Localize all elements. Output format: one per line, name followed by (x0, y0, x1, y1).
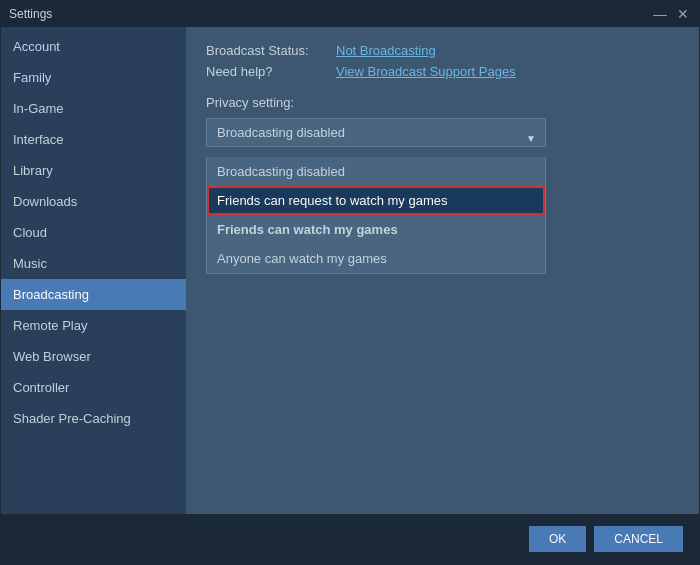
content-area: Broadcast Status: Not Broadcasting Need … (186, 27, 699, 514)
sidebar-item-in-game[interactable]: In-Game (1, 93, 186, 124)
sidebar-item-web-browser[interactable]: Web Browser (1, 341, 186, 372)
sidebar-item-controller[interactable]: Controller (1, 372, 186, 403)
sidebar-item-family[interactable]: Family (1, 62, 186, 93)
title-bar-controls: — ✕ (651, 6, 691, 22)
option-friends-request[interactable]: Friends can request to watch my games (207, 186, 545, 215)
broadcast-status-row: Broadcast Status: Not Broadcasting (206, 43, 679, 58)
option-friends-watch[interactable]: Friends can watch my games (207, 215, 545, 244)
privacy-setting-label: Privacy setting: (206, 95, 679, 110)
main-content: Account Family In-Game Interface Library… (1, 27, 699, 514)
title-bar: Settings — ✕ (1, 1, 699, 27)
settings-window: Settings — ✕ Account Family In-Game Inte… (0, 0, 700, 565)
ok-button[interactable]: OK (529, 526, 586, 552)
broadcast-status-label: Broadcast Status: (206, 43, 336, 58)
privacy-dropdown-container: Broadcasting disabled ▼ Broadcasting dis… (206, 118, 546, 157)
close-button[interactable]: ✕ (675, 6, 691, 22)
need-help-label: Need help? (206, 64, 336, 79)
need-help-row: Need help? View Broadcast Support Pages (206, 64, 679, 79)
sidebar-item-interface[interactable]: Interface (1, 124, 186, 155)
sidebar: Account Family In-Game Interface Library… (1, 27, 186, 514)
sidebar-item-library[interactable]: Library (1, 155, 186, 186)
privacy-dropdown-selected[interactable]: Broadcasting disabled ▼ (206, 118, 546, 147)
view-broadcast-support-link[interactable]: View Broadcast Support Pages (336, 64, 516, 79)
broadcast-status-value[interactable]: Not Broadcasting (336, 43, 436, 58)
minimize-button[interactable]: — (651, 6, 669, 22)
dropdown-selected-text: Broadcasting disabled (217, 125, 345, 140)
sidebar-item-account[interactable]: Account (1, 31, 186, 62)
window-title: Settings (9, 7, 52, 21)
sidebar-item-shader-pre-caching[interactable]: Shader Pre-Caching (1, 403, 186, 434)
cancel-button[interactable]: CANCEL (594, 526, 683, 552)
sidebar-item-music[interactable]: Music (1, 248, 186, 279)
sidebar-item-broadcasting[interactable]: Broadcasting (1, 279, 186, 310)
privacy-dropdown-list: Broadcasting disabled Friends can reques… (206, 157, 546, 274)
sidebar-item-cloud[interactable]: Cloud (1, 217, 186, 248)
dropdown-arrow-icon: ▼ (526, 132, 536, 143)
sidebar-item-remote-play[interactable]: Remote Play (1, 310, 186, 341)
sidebar-item-downloads[interactable]: Downloads (1, 186, 186, 217)
option-broadcasting-disabled[interactable]: Broadcasting disabled (207, 157, 545, 186)
footer: OK CANCEL (1, 514, 699, 564)
option-anyone-watch[interactable]: Anyone can watch my games (207, 244, 545, 273)
